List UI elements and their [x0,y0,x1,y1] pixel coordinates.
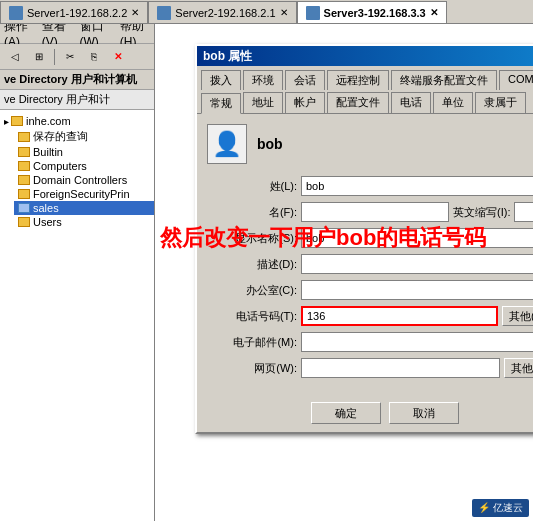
tree-item-sales[interactable]: sales [14,201,154,215]
tree-item-builtin[interactable]: Builtin [14,145,154,159]
user-avatar: 👤 [207,124,247,164]
display-name-input[interactable] [301,228,533,248]
email-label: 电子邮件(M): [207,335,297,350]
dialog-tabs-row1: 拨入 环境 会话 远程控制 终端服务配置文件 COM+ [197,66,533,90]
webpage-input[interactable] [301,358,500,378]
tab-phone[interactable]: 电话 [391,92,431,113]
foreign-security-icon [18,189,30,199]
phone-label: 电话号码(T): [207,309,297,324]
tree-root[interactable]: ▸ inhe.com [0,114,154,128]
server3-icon [306,6,320,20]
office-label: 办公室(C): [207,283,297,298]
description-label: 描述(D): [207,257,297,272]
cancel-button[interactable]: 取消 [389,402,459,424]
toolbar-cut-btn[interactable]: ✂ [59,47,81,67]
tree-item-domain-controllers[interactable]: Domain Controllers [14,173,154,187]
foreign-security-label: ForeignSecurityPrin [33,188,130,200]
email-row: 电子邮件(M): [207,332,533,352]
watermark-icon: ⚡ [478,502,490,513]
right-content-panel: bob 属性 ? × 拨入 环境 会话 远程控制 终端服务配置文件 COM+ [155,24,533,521]
office-input[interactable] [301,280,533,300]
dialog-title: bob 属性 [203,48,252,65]
ok-button[interactable]: 确定 [311,402,381,424]
dc-label: Domain Controllers [33,174,127,186]
tab-organization[interactable]: 单位 [433,92,473,113]
phone-input[interactable] [301,306,498,326]
tab-session[interactable]: 会话 [285,70,325,90]
toolbar-back-btn[interactable]: ◁ [4,47,26,67]
dialog-titlebar: bob 属性 ? × [197,46,533,66]
tree-saved-query[interactable]: 保存的查询 [14,128,154,145]
first-name-label: 名(F): [207,205,297,220]
office-row: 办公室(C): [207,280,533,300]
tab-server2[interactable]: Server2-192.168.2.1 ✕ [148,1,296,23]
users-label: Users [33,216,62,228]
tab-address[interactable]: 地址 [243,92,283,113]
tab-terminal-services[interactable]: 终端服务配置文件 [391,70,497,90]
description-row: 描述(D): [207,254,533,274]
root-folder-icon [11,116,23,126]
builtin-label: Builtin [33,146,63,158]
tab-server1-label: Server1-192.168.2.2 [27,7,127,19]
bob-properties-dialog: bob 属性 ? × 拨入 环境 会话 远程控制 终端服务配置文件 COM+ [195,44,533,434]
description-input[interactable] [301,254,533,274]
tab-server1[interactable]: Server1-192.168.2.2 ✕ [0,1,148,23]
first-name-input[interactable] [301,202,449,222]
webpage-row: 网页(W): 其他(L)... [207,358,533,378]
sales-label: sales [33,202,59,214]
toolbar-sep1 [54,49,55,65]
first-name-row: 名(F): 英文缩写(I): [207,202,533,222]
last-name-label: 姓(L): [207,179,297,194]
tab-general[interactable]: 常规 [201,93,241,114]
tab-remote-control[interactable]: 远程控制 [327,70,389,90]
initials-input[interactable] [514,202,533,222]
server2-icon [157,6,171,20]
tree-root-label: inhe.com [26,115,71,127]
saved-query-icon [18,132,30,142]
tabs-bar: Server1-192.168.2.2 ✕ Server2-192.168.2.… [0,0,533,24]
tab-server3[interactable]: Server3-192.168.3.3 ✕ [297,1,447,23]
tab-server3-label: Server3-192.168.3.3 [324,7,426,19]
dialog-tabs-row2: 常规 地址 帐户 配置文件 电话 单位 隶属于 [197,90,533,113]
last-name-input[interactable] [301,176,533,196]
tree-item-users[interactable]: Users [14,215,154,229]
user-display-name: bob [257,136,283,152]
tab-server3-close[interactable]: ✕ [430,7,438,18]
tree-view: ▸ inhe.com 保存的查询 Builtin Computers [0,110,154,233]
dc-icon [18,175,30,185]
computers-icon [18,161,30,171]
webpage-label: 网页(W): [207,361,297,376]
dialog-footer: 确定 取消 [197,394,533,432]
toolbar-grid-btn[interactable]: ⊞ [28,47,50,67]
menu-bar: 操作(A) 查看(V) 窗口(W) 帮助(H) [0,24,154,44]
avatar-icon: 👤 [212,130,242,158]
server1-icon [9,6,23,20]
tab-server2-label: Server2-192.168.2.1 [175,7,275,19]
tab-com[interactable]: COM+ [499,70,533,90]
tab-dialin[interactable]: 拨入 [201,70,241,90]
users-icon [18,217,30,227]
panel-subtitle: ve Directory 用户和计 [0,90,154,110]
toolbar-x-btn[interactable]: ✕ [107,47,129,67]
tree-item-foreign-security[interactable]: ForeignSecurityPrin [14,187,154,201]
tab-member-of[interactable]: 隶属于 [475,92,526,113]
display-name-label: 显示名称(S): [207,231,297,246]
content-area: 操作(A) 查看(V) 窗口(W) 帮助(H) ◁ ⊞ ✂ ⎘ ✕ ve Dir… [0,24,533,521]
tree-item-computers[interactable]: Computers [14,159,154,173]
tab-server2-close[interactable]: ✕ [280,7,288,18]
user-info-section: 👤 bob [207,124,533,164]
display-name-row: 显示名称(S): [207,228,533,248]
webpage-other-btn[interactable]: 其他(L)... [504,358,533,378]
tab-server1-close[interactable]: ✕ [131,7,139,18]
phone-other-btn[interactable]: 其他(O)... [502,306,533,326]
app-title-text: ve Directory 用户和计算机 [4,73,137,85]
tab-account[interactable]: 帐户 [285,92,325,113]
dialog-content: 👤 bob 姓(L): 名(F): 英文缩写(I): [197,113,533,394]
tab-environment[interactable]: 环境 [243,70,283,90]
phone-row: 电话号码(T): 其他(O)... [207,306,533,326]
email-input[interactable] [301,332,533,352]
toolbar-copy-btn[interactable]: ⎘ [83,47,105,67]
watermark-text: 亿速云 [493,502,523,513]
main-app-window: Server1-192.168.2.2 ✕ Server2-192.168.2.… [0,0,533,521]
tab-profile[interactable]: 配置文件 [327,92,389,113]
